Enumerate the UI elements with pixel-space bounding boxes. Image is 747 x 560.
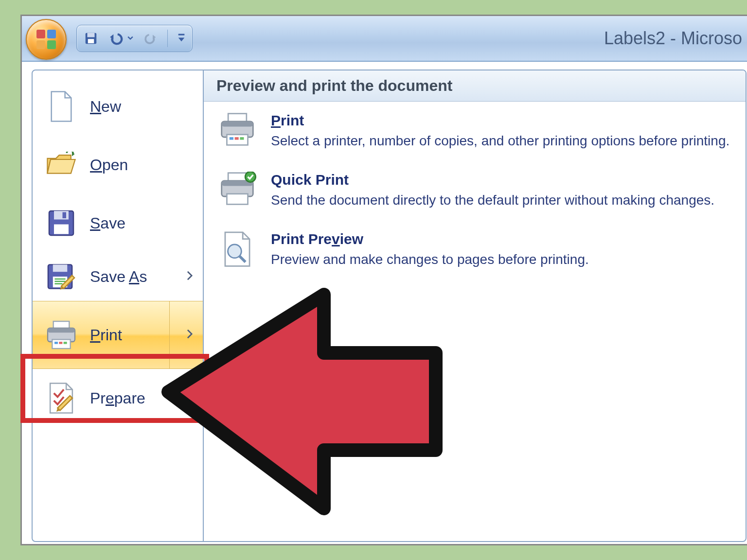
qat-redo-button[interactable] <box>143 31 158 46</box>
svg-rect-23 <box>59 342 62 344</box>
office-menu-left: New Open <box>33 70 204 541</box>
submenu-print-desc: Select a printer, number of copies, and … <box>271 132 731 150</box>
svg-rect-9 <box>54 211 69 220</box>
quick-access-toolbar <box>76 25 193 52</box>
svg-rect-2 <box>36 40 45 49</box>
qat-separator <box>167 30 168 47</box>
quick-print-icon <box>216 172 258 208</box>
undo-icon <box>108 31 124 46</box>
title-bar: Labels2 - Microso <box>22 16 747 62</box>
submenu-quick-print-desc: Send the document directly to the defaul… <box>271 191 731 210</box>
print-icon <box>216 112 258 148</box>
app-window: Labels2 - Microso New <box>20 15 747 545</box>
menu-open-label: Open <box>90 156 128 174</box>
menu-print-label: Print <box>90 326 122 344</box>
window-title: Labels2 - Microso <box>604 28 742 49</box>
menu-prepare-label: Prepare <box>90 389 145 407</box>
svg-rect-11 <box>63 212 67 219</box>
submenu-quick-print[interactable]: Quick Print Send the document directly t… <box>204 161 746 220</box>
svg-rect-1 <box>47 30 56 38</box>
submenu-print-preview-title: Print Preview <box>271 231 731 247</box>
qat-undo-button[interactable] <box>108 31 133 46</box>
menu-prepare[interactable]: Prepare <box>33 369 203 427</box>
menu-new-label: New <box>90 98 121 116</box>
menu-save-label: Save <box>90 214 125 232</box>
svg-rect-24 <box>64 342 67 344</box>
redo-icon <box>143 31 158 46</box>
undo-dropdown-icon[interactable] <box>127 34 133 43</box>
svg-rect-10 <box>54 225 69 234</box>
submenu-header-label: Preview and print the document <box>216 77 452 95</box>
svg-rect-13 <box>53 264 68 272</box>
menu-new[interactable]: New <box>33 77 203 136</box>
submenu-header: Preview and print the document <box>204 70 746 102</box>
svg-rect-0 <box>36 30 45 38</box>
new-icon <box>44 89 78 123</box>
office-menu-right: Preview and print the document Prin <box>204 70 746 541</box>
submenu-print-preview-desc: Preview and make changes to pages before… <box>271 250 731 269</box>
open-icon <box>44 148 78 182</box>
customize-icon <box>178 33 185 44</box>
save-icon <box>84 31 98 46</box>
prepare-icon <box>44 381 78 415</box>
submenu-print-title: Print <box>271 112 731 129</box>
svg-rect-7 <box>178 34 185 35</box>
submenu-arrow-icon <box>186 329 193 341</box>
menu-print[interactable]: Print <box>33 301 203 369</box>
qat-customize-button[interactable] <box>178 33 185 44</box>
submenu-arrow-icon <box>186 392 193 404</box>
svg-rect-20 <box>48 328 75 332</box>
office-menu: New Open <box>32 70 747 542</box>
submenu-quick-print-title: Quick Print <box>271 172 731 188</box>
office-button[interactable] <box>26 19 67 60</box>
svg-rect-35 <box>227 194 248 205</box>
submenu-print[interactable]: Print Select a printer, number of copies… <box>204 102 746 161</box>
svg-rect-29 <box>230 137 233 140</box>
svg-rect-3 <box>47 40 56 49</box>
menu-save[interactable]: Save <box>33 194 203 252</box>
print-preview-icon <box>216 231 258 267</box>
svg-rect-30 <box>235 137 239 140</box>
svg-rect-22 <box>54 342 58 344</box>
svg-rect-31 <box>240 137 244 140</box>
qat-save-button[interactable] <box>84 31 98 46</box>
svg-rect-6 <box>88 39 94 43</box>
menu-save-as-label: Save As <box>90 268 147 286</box>
submenu-arrow-icon <box>186 270 193 283</box>
save-as-icon <box>44 260 78 294</box>
svg-rect-5 <box>88 33 95 37</box>
save-icon <box>44 206 78 240</box>
menu-open[interactable]: Open <box>33 136 203 194</box>
svg-rect-27 <box>222 122 253 127</box>
print-icon <box>44 318 78 352</box>
submenu-print-preview[interactable]: Print Preview Preview and make changes t… <box>204 220 746 280</box>
menu-save-as[interactable]: Save As <box>33 252 203 301</box>
